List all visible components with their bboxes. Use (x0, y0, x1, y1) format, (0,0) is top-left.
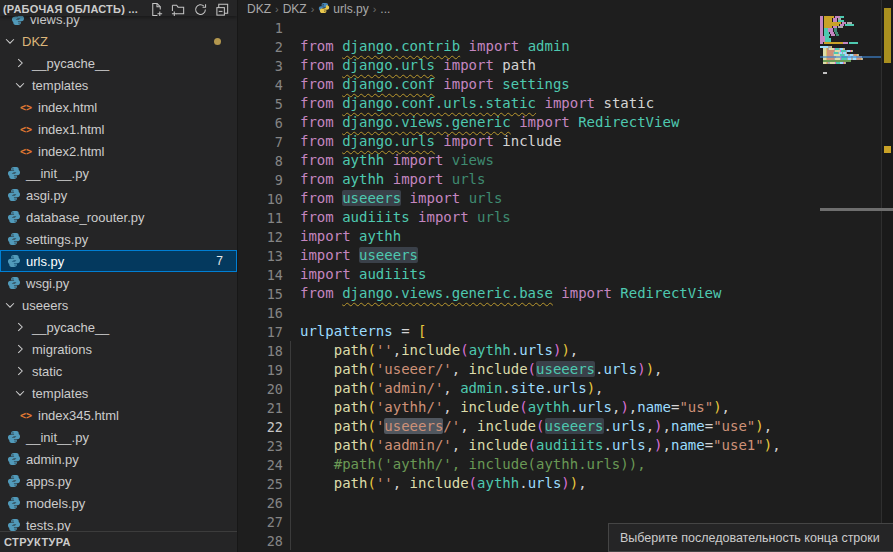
code-line-15[interactable]: 15from django.views.generic.base import … (239, 284, 893, 303)
code-line-19[interactable]: 19 path('useeer/', include(useeers.urls)… (239, 360, 893, 379)
file-label: index.html (38, 100, 97, 115)
vscode-window: views.pyDKZ__pycache__templates<>index.h… (0, 0, 893, 552)
workspace-title: (РАБОЧАЯ ОБЛАСТЬ) ... (3, 3, 143, 15)
code-line-23[interactable]: 23 path('aadmin/', include(audiiits.urls… (239, 436, 893, 455)
code-line-20[interactable]: 20 path('admin/', admin.site.urls), (239, 379, 893, 398)
breadcrumb-item[interactable]: DKZ (283, 2, 307, 16)
python-file-icon (6, 451, 22, 467)
file-tree: views.pyDKZ__pycache__templates<>index.h… (0, 8, 237, 536)
chevron-down-icon (2, 297, 18, 313)
file-row--init-py[interactable]: __init__.py (0, 162, 237, 184)
file-row-wsgi-py[interactable]: wsgi.py (0, 272, 237, 294)
file-label: index2.html (38, 144, 104, 159)
file-label: settings.py (26, 232, 88, 247)
code-line-22[interactable]: 22 path('useeers/', include(useeers.urls… (239, 417, 893, 436)
code-text: from aythh import views (283, 151, 494, 170)
file-row-index-html[interactable]: <>index.html (0, 96, 237, 118)
file-row-index2-html[interactable]: <>index2.html (0, 140, 237, 162)
file-label: apps.py (26, 474, 72, 489)
collapse-all-icon[interactable] (214, 2, 231, 17)
file-row-asgi-py[interactable]: asgi.py (0, 184, 237, 206)
code-line-25[interactable]: 25 path('', include(aythh.urls)), (239, 474, 893, 493)
line-number: 13 (239, 248, 283, 264)
breadcrumb-separator: › (311, 3, 315, 15)
file-row-models-py[interactable]: models.py (0, 492, 237, 514)
line-number: 9 (239, 172, 283, 188)
folder-row-migrations[interactable]: migrations (0, 338, 237, 360)
code-line-5[interactable]: 5from django.conf.urls.static import sta… (239, 94, 893, 113)
file-label: static (32, 364, 62, 379)
code-line-10[interactable]: 10from useeers import urls (239, 189, 893, 208)
file-row--init-py[interactable]: __init__.py (0, 426, 237, 448)
line-number: 2 (239, 39, 283, 55)
breadcrumb-item[interactable]: DKZ (247, 2, 271, 16)
breadcrumb-item[interactable]: urls.py (318, 2, 368, 17)
minimap-slider-edge (820, 208, 893, 211)
code-text: from django.contrib import admin (283, 37, 570, 56)
folder-row-dkz[interactable]: DKZ (0, 30, 237, 52)
file-row-urls-py[interactable]: urls.py7 (0, 250, 237, 272)
code-text: path('', include(aythh.urls)), (283, 474, 587, 493)
outline-section-header[interactable]: СТРУКТУРА (0, 531, 237, 552)
code-line-2[interactable]: 2from django.contrib import admin (239, 37, 893, 56)
code-area[interactable]: 12from django.contrib import admin3from … (239, 18, 893, 550)
line-number: 3 (239, 58, 283, 74)
code-line-1[interactable]: 1 (239, 18, 893, 37)
code-line-24[interactable]: 24 #path('aythh/', include(aythh.urls)), (239, 455, 893, 474)
file-label: wsgi.py (26, 276, 69, 291)
code-line-11[interactable]: 11from audiiits import urls (239, 208, 893, 227)
code-text: path('aythh/', include(aythh.urls,),name… (283, 398, 730, 417)
refresh-icon[interactable] (192, 2, 209, 17)
code-text (283, 512, 300, 531)
folder-row-templates[interactable]: templates (0, 74, 237, 96)
minimap[interactable] (820, 0, 881, 220)
code-line-21[interactable]: 21 path('aythh/', include(aythh.urls,),n… (239, 398, 893, 417)
file-row-database-roouter-py[interactable]: database_roouter.py (0, 206, 237, 228)
breadcrumb-label: urls.py (333, 2, 368, 16)
file-row-settings-py[interactable]: settings.py (0, 228, 237, 250)
file-row-index1-html[interactable]: <>index1.html (0, 118, 237, 140)
overview-ruler[interactable] (881, 0, 893, 552)
line-number: 23 (239, 438, 283, 454)
code-line-14[interactable]: 14import audiiits (239, 265, 893, 284)
chevron-down-icon (12, 385, 28, 401)
code-text: import aythh (283, 227, 401, 246)
code-text (283, 531, 300, 550)
line-number: 28 (239, 533, 283, 549)
folder-row-useeers[interactable]: useeers (0, 294, 237, 316)
new-folder-icon[interactable] (170, 2, 187, 17)
new-file-icon[interactable] (148, 2, 165, 17)
chevron-down-icon (12, 77, 28, 93)
code-line-4[interactable]: 4from django.conf import settings (239, 75, 893, 94)
code-line-16[interactable]: 16 (239, 303, 893, 322)
folder-row--pycache-[interactable]: __pycache__ (0, 316, 237, 338)
line-number: 14 (239, 267, 283, 283)
code-line-13[interactable]: 13import useeers (239, 246, 893, 265)
file-label: DKZ (22, 34, 48, 49)
html-file-icon: <> (18, 143, 34, 159)
breadcrumb-label: ... (380, 2, 390, 16)
python-file-icon (6, 473, 22, 489)
code-line-18[interactable]: 18 path('',include(aythh.urls)), (239, 341, 893, 360)
file-row-apps-py[interactable]: apps.py (0, 470, 237, 492)
code-line-6[interactable]: 6from django.views.generic import Redire… (239, 113, 893, 132)
eol-tooltip: Выберите последовательность конца строки (608, 523, 893, 552)
code-line-3[interactable]: 3from django.urls import path (239, 56, 893, 75)
code-line-17[interactable]: 17urlpatterns = [ (239, 322, 893, 341)
breadcrumb-item[interactable]: ... (380, 2, 390, 16)
code-line-12[interactable]: 12import aythh (239, 227, 893, 246)
file-row-admin-py[interactable]: admin.py (0, 448, 237, 470)
file-row-index345-html[interactable]: <>index345.html (0, 404, 237, 426)
code-line-8[interactable]: 8from aythh import views (239, 151, 893, 170)
folder-row-templates[interactable]: templates (0, 382, 237, 404)
code-line-26[interactable]: 26 (239, 493, 893, 512)
folder-row-static[interactable]: static (0, 360, 237, 382)
code-text: import audiiits (283, 265, 426, 284)
code-line-7[interactable]: 7from django.urls import include (239, 132, 893, 151)
code-line-9[interactable]: 9from aythh import urls (239, 170, 893, 189)
folder-row--pycache-[interactable]: __pycache__ (0, 52, 237, 74)
code-text: path('useeers/', include(useeers.urls,),… (283, 417, 772, 436)
line-number: 26 (239, 495, 283, 511)
file-label: urls.py (26, 254, 64, 269)
line-number: 18 (239, 343, 283, 359)
